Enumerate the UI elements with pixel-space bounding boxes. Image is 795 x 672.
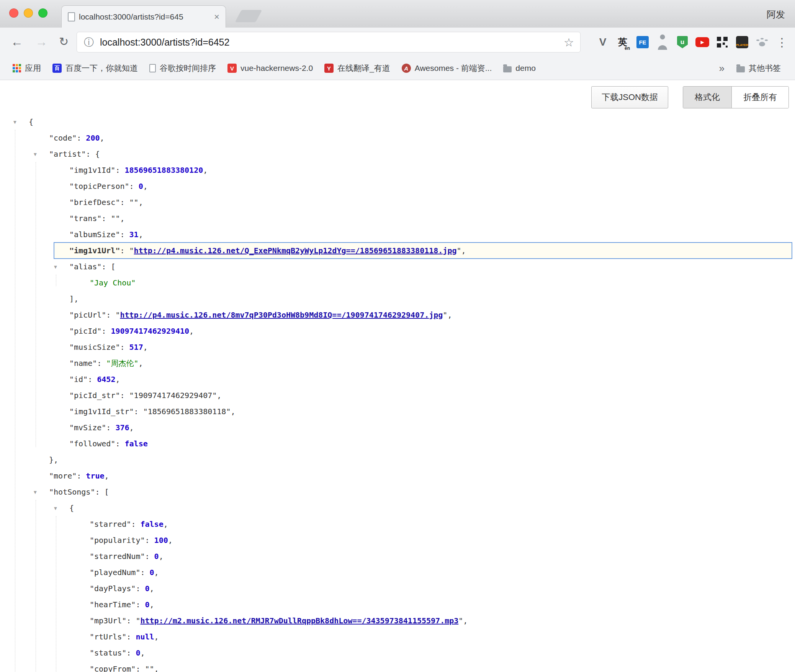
person-icon[interactable] <box>653 28 672 57</box>
fe-icon[interactable]: FE <box>633 28 653 57</box>
collapse-toggle-icon[interactable]: ▼ <box>34 146 37 162</box>
json-value: , <box>120 214 124 223</box>
bookmarks-overflow-icon[interactable]: » <box>719 62 725 74</box>
json-line: "followed": false <box>0 436 795 452</box>
json-value: , <box>150 600 154 609</box>
bookmark-item[interactable]: 应用 <box>7 57 47 80</box>
close-window-button[interactable] <box>9 8 18 18</box>
json-value: , <box>129 423 134 432</box>
page-icon <box>68 12 75 21</box>
json-value: 0 <box>139 182 143 191</box>
json-line: "albumSize": 31, <box>0 226 795 243</box>
json-value: : <box>101 214 111 223</box>
qrcode-icon[interactable] <box>712 28 732 57</box>
download-json-button[interactable]: 下载JSON数据 <box>591 86 668 108</box>
collapse-toggle-icon[interactable]: ▼ <box>34 484 37 500</box>
json-value: 0 <box>150 568 154 577</box>
json-key: "artist" <box>49 149 86 159</box>
viewer-actions: 下载JSON数据 格式化 折叠所有 <box>591 86 789 108</box>
collapse-toggle-icon[interactable]: ▼ <box>54 259 57 275</box>
json-value: { <box>69 503 74 513</box>
json-key: "mvSize" <box>69 423 106 432</box>
view-mode-toggle: 格式化 折叠所有 <box>683 86 789 108</box>
other-bookmarks-folder[interactable]: 其他书签 <box>731 63 787 74</box>
zoom-window-button[interactable] <box>38 8 47 18</box>
youtube-icon[interactable]: ▶ <box>692 28 712 57</box>
json-value: "18569651883380118" <box>143 407 231 416</box>
bookmarks-bar: 应用百百度一下，你就知道谷歌按时间排序Vvue-hackernews-2.0Y在… <box>0 57 795 80</box>
bookmark-item[interactable]: 谷歌按时间排序 <box>144 57 222 80</box>
json-key: "status" <box>90 648 126 657</box>
json-value: : <box>106 423 115 432</box>
collapse-toggle-icon[interactable]: ▼ <box>13 114 16 130</box>
format-tab[interactable]: 格式化 <box>683 87 731 108</box>
json-line: ], <box>0 291 795 307</box>
bookmark-star-icon[interactable]: ☆ <box>564 36 574 49</box>
json-value: 0 <box>154 552 159 561</box>
json-line: "img1v1Id": 18569651883380120, <box>0 162 795 178</box>
json-value: "19097417462929407" <box>129 391 217 400</box>
json-value: : <box>88 375 97 384</box>
json-line: "popularity": 100, <box>0 532 795 548</box>
quote: " <box>443 310 447 320</box>
json-value: : <box>140 568 149 577</box>
json-value: : <box>145 536 154 545</box>
json-line: "code": 200, <box>0 130 795 146</box>
shield-icon[interactable]: u <box>672 28 692 57</box>
player-icon[interactable]: PLAYER <box>732 28 752 57</box>
vue-icon: V <box>227 64 237 73</box>
tab-title: localhost:3000/artists?id=645 <box>79 12 210 21</box>
minimize-window-button[interactable] <box>24 8 33 18</box>
address-bar[interactable]: ⓘ localhost:3000/artists?id=6452 ☆ <box>77 32 581 52</box>
bookmark-item[interactable]: Y在线翻译_有道 <box>319 57 396 80</box>
menu-icon[interactable]: ⋮ <box>772 28 792 57</box>
tab-close-icon[interactable]: × <box>214 12 219 21</box>
paw-icon[interactable] <box>752 28 772 57</box>
collapse-toggle-icon[interactable]: ▼ <box>54 500 57 516</box>
json-line: "mp3Url": "http://m2.music.126.net/RMJR7… <box>0 613 795 629</box>
json-value: , <box>139 198 143 207</box>
page-content: 下载JSON数据 格式化 折叠所有 ▼{"code": 200,▼"artist… <box>0 80 795 672</box>
bookmark-item[interactable]: demo <box>497 57 541 80</box>
forward-button[interactable]: → <box>35 28 47 57</box>
bookmark-label: 其他书签 <box>749 63 781 74</box>
json-line: "hearTime": 0, <box>0 597 795 613</box>
collapse-all-tab[interactable]: 折叠所有 <box>731 87 788 108</box>
json-url-link[interactable]: http://p4.music.126.net/8mv7qP30Pd3oHW8b… <box>120 310 443 320</box>
reload-button[interactable]: ↻ <box>59 28 69 57</box>
json-line: "dayPlays": 0, <box>0 580 795 597</box>
json-key: "playedNum" <box>90 568 140 577</box>
quote: " <box>456 246 461 255</box>
json-value: : <box>106 310 115 320</box>
bookmarks-list: 应用百百度一下，你就知道谷歌按时间排序Vvue-hackernews-2.0Y在… <box>7 57 541 80</box>
bookmark-label: vue-hackernews-2.0 <box>240 64 313 73</box>
url-text[interactable]: localhost:3000/artists?id=6452 <box>100 37 564 48</box>
json-url-link[interactable]: http://m2.music.126.net/RMJR7wDullRqppBk… <box>140 616 458 625</box>
json-line: "Jay Chou" <box>0 275 795 291</box>
quote: " <box>129 246 134 255</box>
json-key: "starred" <box>90 520 131 529</box>
json-line: "img1v1Id_str": "18569651883380118", <box>0 403 795 420</box>
json-value: 19097417462929410 <box>111 326 189 336</box>
json-key: "rtUrls" <box>90 632 126 641</box>
json-value: "" <box>145 664 154 672</box>
json-key: "briefDesc" <box>69 198 120 207</box>
v-extension-icon[interactable]: V <box>593 28 613 57</box>
info-icon[interactable]: ⓘ <box>84 36 94 49</box>
json-value: , <box>217 391 221 400</box>
bookmark-item[interactable]: 百百度一下，你就知道 <box>47 57 144 80</box>
translate-icon[interactable]: 英en <box>613 28 633 57</box>
back-button[interactable]: ← <box>11 28 23 57</box>
json-value: 100 <box>154 536 168 545</box>
new-tab-button[interactable] <box>235 10 262 22</box>
json-line: ▼"hotSongs": [ <box>0 484 795 500</box>
bookmark-item[interactable]: Vvue-hackernews-2.0 <box>222 57 319 80</box>
json-value: false <box>125 439 148 448</box>
json-url-link[interactable]: http://p4.music.126.net/Q_ExePNkmqB2yWyL… <box>134 246 457 255</box>
json-line: "status": 0, <box>0 645 795 661</box>
browser-tab[interactable]: localhost:3000/artists?id=645 × <box>61 5 226 28</box>
bookmark-item[interactable]: AAwesomes - 前端资... <box>396 57 498 80</box>
bookmark-label: 谷歌按时间排序 <box>160 63 216 74</box>
json-key: "trans" <box>69 214 101 223</box>
json-key: "code" <box>49 133 77 143</box>
